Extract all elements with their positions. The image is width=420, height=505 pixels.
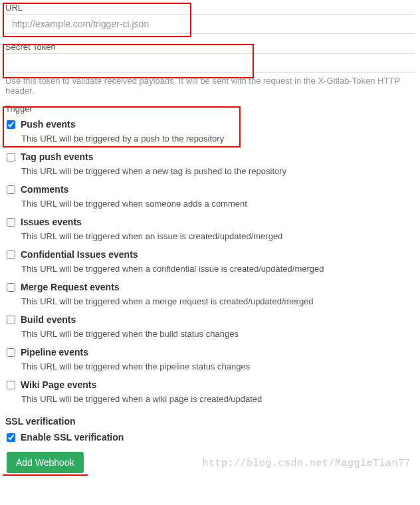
trigger-checkbox[interactable] [7,185,15,194]
trigger-item: Pipeline eventsThis URL will be triggere… [3,346,417,378]
trigger-item-title-row[interactable]: Issues events [7,217,413,227]
add-webhook-button[interactable]: Add Webhook [7,452,84,473]
trigger-item-title: Pipeline events [21,347,88,357]
webhook-form: URL Secret Token Use this token to valid… [3,3,417,473]
trigger-item-desc: This URL will be triggered when an issue… [21,231,413,241]
trigger-item-title: Push events [21,119,75,130]
trigger-item: Build eventsThis URL will be triggered w… [3,313,417,346]
trigger-item-title: Comments [21,184,68,195]
watermark: http://blog.csdn.net/MaggieTian77 [202,458,411,469]
secret-label: Secret Token [5,42,415,52]
trigger-list: Push eventsThis URL will be triggered by… [3,118,417,411]
trigger-checkbox[interactable] [7,218,15,227]
trigger-item-title-row[interactable]: Comments [7,184,413,195]
trigger-item-desc: This URL will be triggered when a merge … [21,296,413,306]
trigger-label: Trigger [5,104,417,114]
trigger-item-title-row[interactable]: Confidential Issues events [7,249,413,260]
secret-help: Use this token to validate received payl… [5,76,415,96]
secret-field-group: Secret Token Use this token to validate … [3,42,417,96]
trigger-item-desc: This URL will be triggered when a new ta… [21,166,413,176]
trigger-checkbox[interactable] [7,120,15,129]
trigger-item-title: Tag push events [21,152,93,162]
trigger-item: Push eventsThis URL will be triggered by… [3,118,417,150]
trigger-item-title: Confidential Issues events [21,249,138,260]
trigger-item-title-row[interactable]: Merge Request events [7,282,413,292]
trigger-item-desc: This URL will be triggered by a push to … [21,134,413,144]
ssl-checkbox[interactable] [7,433,15,442]
trigger-item: Tag push eventsThis URL will be triggere… [3,150,417,183]
trigger-item-desc: This URL will be triggered when a wiki p… [21,394,413,404]
trigger-item: Merge Request eventsThis URL will be tri… [3,280,417,313]
trigger-item-title: Merge Request events [21,282,120,292]
trigger-checkbox[interactable] [7,348,15,357]
trigger-item: Wiki Page eventsThis URL will be trigger… [3,378,417,411]
secret-input[interactable] [5,53,415,73]
trigger-item: Issues eventsThis URL will be triggered … [3,215,417,248]
trigger-checkbox[interactable] [7,316,15,324]
trigger-item-title-row[interactable]: Wiki Page events [7,379,413,390]
trigger-item-desc: This URL will be triggered when someone … [21,199,413,209]
trigger-item-title-row[interactable]: Push events [7,119,413,130]
trigger-item-title-row[interactable]: Pipeline events [7,347,413,357]
trigger-item: Confidential Issues eventsThis URL will … [3,248,417,280]
ssl-section: SSL verification Enable SSL verification [3,416,417,443]
trigger-item-title: Wiki Page events [21,379,96,390]
trigger-item-desc: This URL will be triggered when the buil… [21,329,413,339]
trigger-item-title: Build events [21,314,76,325]
trigger-item-title-row[interactable]: Build events [7,314,413,325]
url-label: URL [5,3,415,13]
ssl-enable-label: Enable SSL verification [21,432,124,443]
trigger-checkbox[interactable] [7,153,15,161]
trigger-item-desc: This URL will be triggered when a confid… [21,264,413,274]
url-field-group: URL [3,3,417,34]
trigger-checkbox[interactable] [7,251,15,259]
ssl-enable-row[interactable]: Enable SSL verification [5,432,415,443]
highlight-box [3,474,88,476]
trigger-item-title-row[interactable]: Tag push events [7,152,413,162]
trigger-item-desc: This URL will be triggered when the pipe… [21,361,413,371]
trigger-checkbox[interactable] [7,283,15,292]
trigger-checkbox[interactable] [7,381,15,389]
trigger-item-title: Issues events [21,217,82,227]
trigger-item: CommentsThis URL will be triggered when … [3,183,417,215]
url-input[interactable] [5,14,415,34]
ssl-label: SSL verification [5,416,415,427]
